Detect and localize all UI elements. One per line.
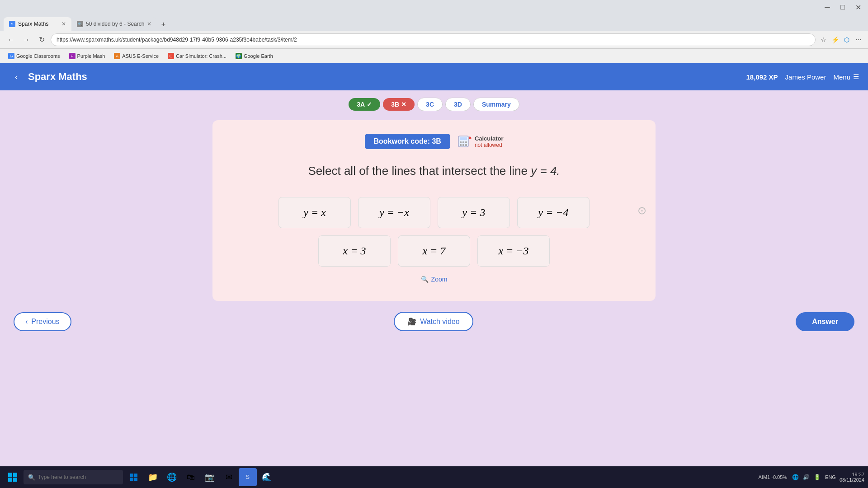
bookmark-label-classrooms: Google Classrooms xyxy=(16,53,60,59)
refresh-btn[interactable]: ↻ xyxy=(35,33,48,46)
url-text: https://www.sparxmaths.uk/student/packag… xyxy=(57,37,297,43)
zoom-btn[interactable]: 🔍 Zoom xyxy=(231,276,637,283)
extensions-icon[interactable]: ⚡ xyxy=(830,35,840,45)
tab-3C-label: 3C xyxy=(426,101,434,108)
taskbar-icon-windows[interactable] xyxy=(125,468,143,486)
tab-close-2[interactable]: ✕ xyxy=(147,21,151,27)
address-bar[interactable]: https://www.sparxmaths.uk/student/packag… xyxy=(51,33,816,46)
svg-rect-7 xyxy=(465,144,467,146)
option-x-equals-7[interactable]: x = 7 xyxy=(398,235,470,267)
taskbar-icon-edge[interactable]: 🌊 xyxy=(258,468,276,486)
new-tab-btn[interactable]: + xyxy=(157,18,170,31)
back-nav-btn[interactable]: ← xyxy=(5,33,17,46)
bookmark-label-google-earth: Google Earth xyxy=(244,53,273,59)
bookmark-car-sim[interactable]: C Car Simulator: Crash... xyxy=(164,52,230,60)
header-back-btn[interactable]: ‹ xyxy=(9,70,24,84)
address-bar-icons: ☆ ⚡ ⬡ ⋯ xyxy=(818,35,863,45)
menu-label: Menu xyxy=(833,73,850,81)
tab-3C[interactable]: 3C xyxy=(417,98,443,111)
checkmark-icon: ✓ xyxy=(367,101,372,108)
bookmark-asus[interactable]: A ASUS E-Service xyxy=(110,52,162,60)
watch-video-button[interactable]: 🎥 Watch video xyxy=(394,312,473,331)
more-icon[interactable]: ⋯ xyxy=(854,35,863,45)
option-x-equals-3[interactable]: x = 3 xyxy=(318,235,391,267)
network-icon[interactable]: 🌐 xyxy=(791,473,800,482)
svg-rect-13 xyxy=(13,478,17,482)
tab-3B[interactable]: 3B ✕ xyxy=(383,98,415,111)
option-y-equals-neg-4[interactable]: y = −4 xyxy=(517,197,590,228)
cross-icon: ✕ xyxy=(401,101,406,108)
taskbar-lang: ENG xyxy=(825,474,836,480)
zoom-icon: 🔍 xyxy=(421,276,429,283)
tab-search[interactable]: 🔍 50 divided by 6 - Search ✕ xyxy=(71,17,157,31)
option-y-equals-neg-x[interactable]: y = −x xyxy=(358,197,430,228)
title-bar: ─ □ ✕ xyxy=(0,0,868,14)
option-x-equals-neg-3[interactable]: x = −3 xyxy=(477,235,550,267)
taskbar-sys-icons: 🌐 🔊 🔋 xyxy=(791,473,821,482)
svg-rect-6 xyxy=(462,144,464,146)
bookmark-purple-mash[interactable]: P Purple Mash xyxy=(66,52,109,60)
svg-rect-16 xyxy=(130,478,133,481)
svg-rect-5 xyxy=(460,144,462,146)
focus-icon[interactable]: ⊙ xyxy=(637,204,646,217)
xp-display: 18,092 XP xyxy=(746,73,778,81)
tab-sparx-maths[interactable]: S Sparx Maths ✕ xyxy=(4,17,71,31)
menu-btn[interactable]: Menu ☰ xyxy=(833,73,859,81)
browser-window: ─ □ ✕ S Sparx Maths ✕ 🔍 50 divided by 6 … xyxy=(0,0,868,63)
app-title: Sparx Maths xyxy=(28,71,87,83)
previous-button[interactable]: ‹ Previous xyxy=(14,312,71,331)
app-header: ‹ Sparx Maths 18,092 XP James Power Menu… xyxy=(0,63,868,90)
taskbar-icon-photos[interactable]: 📷 xyxy=(201,468,219,486)
bookwork-code: Bookwork code: 3B xyxy=(365,134,450,149)
maximize-btn[interactable]: □ xyxy=(836,1,849,14)
header-right: 18,092 XP James Power Menu ☰ xyxy=(746,73,859,81)
bookmark-label-purple-mash: Purple Mash xyxy=(77,53,105,59)
time-block: 19:37 08/11/2024 xyxy=(840,472,864,483)
minimize-btn[interactable]: ─ xyxy=(821,1,834,14)
answer-button[interactable]: Answer xyxy=(796,312,854,331)
close-btn[interactable]: ✕ xyxy=(852,1,864,14)
svg-rect-2 xyxy=(460,141,462,143)
taskbar-icon-sparx[interactable]: S xyxy=(239,468,257,486)
taskbar-icon-browser1[interactable]: 🌐 xyxy=(163,468,181,486)
address-bar-row: ← → ↻ https://www.sparxmaths.uk/student/… xyxy=(0,31,868,49)
option-y-equals-3[interactable]: y = 3 xyxy=(438,197,510,228)
task-tabs: 3A ✓ 3B ✕ 3C 3D Summary xyxy=(0,90,868,116)
bottom-bar: ‹ Previous 🎥 Watch video Answer xyxy=(0,305,868,338)
taskbar-app-icons: 📁 🌐 🛍 📷 ✉ S 🌊 xyxy=(125,468,276,486)
watch-video-label: Watch video xyxy=(420,318,459,326)
taskbar-search-bar[interactable]: 🔍 xyxy=(24,470,123,484)
battery-icon[interactable]: 🔋 xyxy=(812,473,821,482)
options-row-1: y = x y = −x y = 3 y = −4 xyxy=(278,197,590,228)
taskbar-icon-store[interactable]: 🛍 xyxy=(182,468,200,486)
answer-label: Answer xyxy=(812,318,838,325)
taskbar-icon-mail[interactable]: ✉ xyxy=(220,468,238,486)
tab-favicon-2: 🔍 xyxy=(77,21,83,27)
prev-label: Previous xyxy=(31,318,59,326)
bookmark-google-classrooms[interactable]: G Google Classrooms xyxy=(5,52,64,60)
option-y-equals-x[interactable]: y = x xyxy=(278,197,351,228)
forward-nav-btn[interactable]: → xyxy=(20,33,33,46)
taskbar: 🔍 📁 🌐 🛍 📷 ✉ S 🌊 AIM1 -0.05% 🌐 🔊 🔋 ENG xyxy=(0,466,868,488)
svg-rect-10 xyxy=(8,473,12,477)
tab-3A[interactable]: 3A ✓ xyxy=(349,98,380,111)
taskbar-date: 08/11/2024 xyxy=(840,477,864,483)
bookmark-google-earth[interactable]: 🌍 Google Earth xyxy=(232,52,277,60)
edge-icon[interactable]: ⬡ xyxy=(842,35,852,45)
answer-options: y = x y = −x y = 3 y = −4 x = 3 x = 7 xyxy=(231,197,637,267)
calculator-icon xyxy=(458,135,472,148)
volume-icon[interactable]: 🔊 xyxy=(802,473,811,482)
question-text: Select all of the lines that intersect t… xyxy=(231,163,637,179)
tab-close-1[interactable]: ✕ xyxy=(61,21,66,27)
start-button[interactable] xyxy=(4,468,22,486)
svg-rect-14 xyxy=(130,474,133,477)
prev-chevron-icon: ‹ xyxy=(25,318,28,326)
tab-3D[interactable]: 3D xyxy=(445,98,471,111)
bookmark-icon-purple-mash: P xyxy=(69,53,75,59)
bookmark-star-icon[interactable]: ☆ xyxy=(818,35,828,45)
taskbar-icon-explorer[interactable]: 📁 xyxy=(144,468,162,486)
tab-summary[interactable]: Summary xyxy=(473,98,519,111)
bookmarks-bar: G Google Classrooms P Purple Mash A ASUS… xyxy=(0,49,868,63)
taskbar-search-input[interactable] xyxy=(38,474,110,480)
question-area: Bookwork code: 3B xyxy=(212,120,656,301)
